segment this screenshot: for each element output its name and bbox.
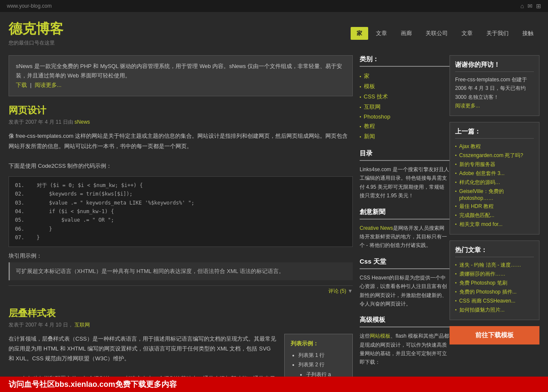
hot-item-5: CSS 画廊 CSSHeaven... [455, 297, 534, 306]
main-content: sNews 是一款完全免费的 PHP 和 MySQL 驱动的内容管理系统，用于管… [9, 55, 353, 392]
article-title-webdesign: 网页设计 [9, 104, 353, 117]
nav-home[interactable]: 家 [351, 27, 368, 40]
topbar: www.your-blog.com ⌂ ✉ ⊞ [0, 0, 548, 12]
creative-text: Creative News是网络开发人员搜索网络开发新鲜资讯的地方，其目标只有一… [360, 224, 450, 250]
code-line-5: 05. $value .= " OR "; [15, 216, 346, 224]
right-sidebar: 谢谢你的拜访！ Free-css-templates.com 创建于 2006 … [450, 55, 539, 392]
blockquote-label: 块引用示例： [9, 252, 353, 260]
code-block: 01. 对于 ($i = 0; $i < $num_kw; $i++) { 02… [9, 176, 353, 247]
mail-icon[interactable]: ✉ [527, 3, 533, 9]
article-meta-webdesign: 发表于 2007 年 4 月 11 日由 sNews [9, 119, 353, 126]
intro-box: sNews 是一款完全免费的 PHP 和 MySQL 驱动的内容管理系统，用于管… [9, 55, 353, 96]
prev-title: 上一篇： [455, 128, 534, 139]
prev-item-2: Csszengarden.com 死了吗? [455, 151, 534, 160]
categories-list: 家 模板 CSS 技术 互联网 Photoshop 教程 新闻 [360, 71, 450, 142]
rss-icon[interactable]: ⊞ [536, 3, 541, 9]
article-title-css: 层叠样式表 [9, 307, 353, 320]
thanks-section: 谢谢你的拜访！ Free-css-templates.com 创建于 2006 … [450, 55, 539, 116]
article-author-css-link[interactable]: 互联网 [74, 322, 90, 328]
prev-item-3: 新的专用服务器 [455, 160, 534, 169]
prev-item-4: Adobe 创意套件 3... [455, 169, 534, 178]
nav-contact[interactable]: 接触 [516, 27, 539, 40]
cat-photoshop: Photoshop [360, 112, 450, 121]
creative-section: 創意新聞 Creative News是网络开发人员搜索网络开发新鲜资讯的地方，其… [360, 208, 450, 250]
cat-css: CSS 技术 [360, 92, 450, 102]
nav-articles[interactable]: 文章 [370, 27, 393, 40]
header: 德克博客 您的最佳口号在这里 家 文章 画廊 关联公司 文章 关于我们 接触 [0, 12, 548, 51]
code-line-1: 01. 对于 ($i = 0; $i < $num_kw; $i++) { [15, 181, 346, 190]
nav-about[interactable]: 关于我们 [480, 27, 515, 40]
nav-gallery[interactable]: 画廊 [395, 27, 418, 40]
article-author-link[interactable]: sNews [74, 119, 90, 125]
thanks-text: Free-css-templates.com 创建于 2006 年 4 月 3 … [455, 75, 534, 110]
hot-item-6: 如何拍摄魅力照片... [455, 306, 534, 315]
list-item-1: 列表第 1 行 [298, 351, 346, 360]
article-webdesign: 网页设计 发表于 2007 年 4 月 11 日由 sNews 像 free-c… [9, 104, 353, 296]
comment-bar-1: 评论 (5) ▼ [9, 285, 353, 297]
intro-download-link[interactable]: 下载 [16, 82, 27, 88]
prev-item-9: 相关文章 mod for... [455, 220, 534, 229]
cat-news: 新闻 [360, 131, 450, 142]
main-nav: 家 文章 画廊 关联公司 文章 关于我们 接触 [351, 27, 539, 40]
cat-tutorial: 教程 [360, 121, 450, 131]
hot-title: 热门文章： [455, 246, 534, 257]
code-line-2: 02. $keywords = trim($kws[$i]); [15, 190, 346, 198]
nav-affiliates[interactable]: 关联公司 [420, 27, 454, 40]
hot-item-1: 迷失 - 约翰 洁亮 - 速度…… [455, 261, 534, 270]
categories-section: 类别： 家 模板 CSS 技术 互联网 Photoshop 教程 新闻 [360, 55, 450, 142]
advanced-link[interactable]: 网站模板 [370, 333, 390, 339]
list-example-title: 列表示例： [291, 339, 346, 348]
code-line-6: 06. } [15, 225, 346, 233]
article-body1-css: 在计算领域，层叠样式表（CSS）是一种样式表语言，用于描述用标记语言编写的文档的… [9, 336, 276, 362]
prev-item-1: Ajax 教程 [455, 142, 534, 151]
toc-text: Links4se.com 是一个搜索引擎友好且人工编辑的通用目录。特色链接每具需… [360, 165, 450, 200]
toc-section: 目录 Links4se.com 是一个搜索引擎友好且人工编辑的通用目录。特色链接… [360, 149, 450, 200]
advanced-text: 这些网站模板、flash 模板和其他产品都是现成的网页设计，可以作为快速高质量网… [360, 332, 450, 367]
prev-item-5: 样式化您的源码… [455, 178, 534, 187]
hot-item-4: 免费的 Photoshop 插件... [455, 288, 534, 297]
prev-item-8: 完成颜色匹配... [455, 211, 534, 220]
download-button[interactable]: 前往下载模板 [450, 326, 539, 344]
topbar-icons: ⌂ ✉ ⊞ [521, 3, 541, 9]
watermark: 访问血号社区bbs.xienlao.com免费下载更多内容 [0, 377, 548, 392]
hot-section: 热门文章： 迷失 - 约翰 洁亮 - 速度…… 袭娜丽莎的画作…… 免费 Pho… [450, 241, 539, 320]
thanks-title: 谢谢你的拜访！ [455, 61, 534, 72]
toc-title: 目录 [360, 149, 450, 161]
intro-readmore-link[interactable]: 阅读更多... [35, 82, 62, 88]
prev-item-7: 最佳 HDR 教程 [455, 202, 534, 211]
article-meta-css: 发表于 2007 年 4 月 10 日， 互联网 [9, 321, 353, 329]
thanks-readmore-link[interactable]: 阅读更多... [455, 103, 480, 109]
css-heaven-title: Css 天堂 [360, 258, 450, 269]
cat-internet: 互联网 [360, 102, 450, 112]
site-url: www.your-blog.com [7, 3, 52, 9]
intro-text: sNews 是一款完全免费的 PHP 和 MySQL 驱动的内容管理系统，用于管… [16, 63, 342, 79]
creative-link[interactable]: Creative News [360, 225, 393, 231]
site-title: 德克博客 [9, 20, 63, 39]
prev-list: Ajax 教程 Csszengarden.com 死了吗? 新的专用服务器 Ad… [455, 142, 534, 229]
blockquote-text: 可扩展超文本标记语言（XHTML）是一种具有与 HTML 相同的表达深度，但语法… [9, 262, 353, 280]
left-sidebar: 类别： 家 模板 CSS 技术 互联网 Photoshop 教程 新闻 目录 L… [360, 55, 450, 392]
code-line-4: 04. if ($i < $num_kw-1) { [15, 207, 346, 216]
blockquote-section: 块引用示例： 可扩展超文本标记语言（XHTML）是一种具有与 HTML 相同的表… [9, 252, 353, 280]
code-line-7: 07. } [15, 233, 346, 242]
hot-list: 迷失 - 约翰 洁亮 - 速度…… 袭娜丽莎的画作…… 免费 Photoshop… [455, 261, 534, 315]
cat-home: 家 [360, 71, 450, 81]
home-icon[interactable]: ⌂ [521, 3, 524, 9]
cat-templates: 模板 [360, 81, 450, 92]
comment-icon-1: ▼ [348, 288, 353, 294]
prev-section: 上一篇： Ajax 教程 Csszengarden.com 死了吗? 新的专用服… [450, 122, 539, 235]
hot-item-3: 免费 Photoshop 笔刷 [455, 279, 534, 288]
site-branding: 德克博客 您的最佳口号在这里 [9, 20, 63, 47]
main-layout: sNews 是一款完全免费的 PHP 和 MySQL 驱动的内容管理系统，用于管… [0, 51, 548, 392]
hot-item-2: 袭娜丽莎的画作…… [455, 270, 534, 279]
prev-item-6: GeiselVille：免费的 photoshop…… [455, 187, 534, 202]
comment-link-1[interactable]: 评论 (5) [328, 288, 346, 294]
site-subtitle: 您的最佳口号在这里 [9, 39, 63, 47]
nav-articles2[interactable]: 文章 [456, 27, 479, 40]
categories-title: 类别： [360, 55, 450, 67]
css-heaven-text: CSS Heaven的目标是为您提供一个中心资源，以查看各种引人注目且富有创新性… [360, 273, 450, 309]
creative-title: 創意新聞 [360, 208, 450, 220]
advanced-title: 高级模板 [360, 316, 450, 327]
article-body-webdesign: 像 free-css-templates.com 这样的网站是关于特定主题或主题… [9, 131, 353, 171]
code-line-3: 03. $value .= " keywords_meta LIKE '%$ke… [15, 199, 346, 207]
